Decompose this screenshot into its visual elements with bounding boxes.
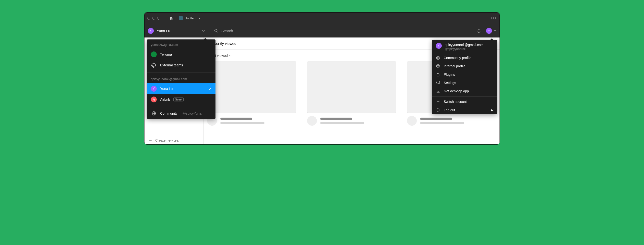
file-card[interactable] bbox=[207, 62, 296, 126]
check-icon bbox=[208, 87, 212, 90]
community-link[interactable]: Community @spicyYuna bbox=[147, 108, 216, 119]
search-placeholder: Search bbox=[221, 29, 233, 33]
workspace-label: Airbnb bbox=[160, 98, 170, 101]
menu-label: Switch account bbox=[444, 100, 467, 104]
chevron-down-icon bbox=[494, 30, 496, 32]
workspace-label: Yuna Lu bbox=[160, 87, 173, 91]
search-input[interactable]: Search bbox=[208, 29, 477, 33]
account-email: yuna@twigma.com bbox=[147, 41, 216, 49]
menu-label: Settings bbox=[444, 81, 456, 85]
svg-line-1 bbox=[217, 31, 218, 32]
chevron-down-icon bbox=[229, 55, 232, 57]
team-avatar bbox=[151, 97, 157, 102]
create-team-label: Create new team bbox=[155, 138, 182, 142]
workspace-item-airbnb[interactable]: Airbnb Guest bbox=[147, 94, 216, 105]
toolbar: Y Yuna Lu Search Y bbox=[144, 24, 500, 38]
community-handle: @spicyYuna bbox=[182, 111, 202, 115]
plugin-icon bbox=[436, 72, 440, 77]
menu-label: Plugins bbox=[444, 73, 455, 76]
plus-icon bbox=[436, 99, 440, 104]
svg-point-23 bbox=[439, 82, 440, 82]
globe-icon bbox=[151, 111, 157, 116]
external-icon bbox=[151, 62, 157, 68]
file-owner-avatar bbox=[307, 116, 317, 126]
traffic-lights bbox=[148, 17, 160, 20]
workspace-label: Twigma bbox=[160, 53, 172, 56]
svg-point-6 bbox=[153, 67, 154, 68]
svg-point-19 bbox=[436, 82, 437, 83]
workspace-item-yuna-lu[interactable]: Y Yuna Lu bbox=[147, 83, 216, 94]
tab-label: Untitled bbox=[185, 17, 196, 20]
account-email: spicyyunaroll@gmail.com bbox=[445, 43, 484, 47]
menu-label: Log out bbox=[444, 108, 455, 112]
team-avatar bbox=[151, 52, 157, 57]
titlebar: Untitled × ••• bbox=[144, 13, 500, 24]
file-icon bbox=[179, 16, 183, 20]
file-meta bbox=[207, 116, 296, 126]
menu-log-out[interactable]: Log out ▶ bbox=[432, 106, 497, 114]
account-dropdown: Y spicyyunaroll@gmail.com @spicyyunaroll… bbox=[432, 40, 497, 114]
workspace-item-twigma[interactable]: Twigma bbox=[147, 49, 216, 60]
home-icon[interactable] bbox=[169, 16, 173, 20]
tab-close-icon[interactable]: × bbox=[198, 16, 200, 20]
svg-point-7 bbox=[152, 65, 152, 66]
download-icon bbox=[436, 89, 440, 93]
menu-internal-profile[interactable]: Internal profile bbox=[432, 62, 497, 70]
account-handle: @spicyyunaroll bbox=[445, 47, 484, 51]
menu-plugins[interactable]: Plugins bbox=[432, 70, 497, 79]
file-thumbnail bbox=[307, 62, 396, 113]
logout-icon bbox=[436, 108, 440, 112]
traffic-minimize[interactable] bbox=[152, 17, 155, 20]
svg-point-21 bbox=[438, 83, 438, 84]
guest-badge: Guest bbox=[173, 98, 184, 101]
svg-point-8 bbox=[155, 65, 156, 66]
workspace-dropdown: yuna@twigma.com Twigma External teams sp… bbox=[147, 40, 216, 119]
menu-label: Get desktop app bbox=[444, 89, 469, 93]
create-team-button[interactable]: Create new team bbox=[148, 138, 200, 142]
menu-settings[interactable]: Settings bbox=[432, 79, 497, 87]
menu-label: Community profile bbox=[444, 56, 471, 60]
avatar: Y bbox=[486, 28, 492, 34]
svg-point-0 bbox=[214, 29, 217, 32]
svg-point-16 bbox=[438, 65, 439, 66]
menu-switch-account[interactable]: Switch account bbox=[432, 98, 497, 106]
workspace-item-external-teams[interactable]: External teams bbox=[147, 60, 216, 71]
workspace-name: Yuna Lu bbox=[157, 29, 170, 33]
avatar: Y bbox=[436, 43, 442, 49]
sliders-icon bbox=[436, 81, 440, 85]
file-card[interactable] bbox=[307, 62, 396, 126]
menu-get-desktop[interactable]: Get desktop app bbox=[432, 87, 497, 95]
search-icon bbox=[214, 29, 218, 33]
community-label: Community bbox=[160, 111, 178, 115]
more-icon[interactable]: ••• bbox=[490, 16, 496, 21]
user-icon bbox=[436, 64, 440, 68]
menu-label: Internal profile bbox=[444, 64, 466, 68]
account-email: spicyyunaroll@gmail.com bbox=[147, 75, 216, 83]
workspace-switcher[interactable]: Y Yuna Lu bbox=[144, 28, 208, 34]
file-owner-avatar bbox=[407, 116, 417, 126]
svg-point-5 bbox=[153, 63, 154, 64]
traffic-close[interactable] bbox=[148, 17, 150, 20]
notifications-icon[interactable] bbox=[477, 29, 481, 33]
plus-icon bbox=[148, 139, 152, 142]
file-meta bbox=[407, 116, 496, 126]
globe-icon bbox=[436, 56, 440, 60]
account-menu-trigger[interactable]: Y bbox=[486, 28, 496, 34]
file-meta bbox=[307, 116, 396, 126]
app-window: Untitled × ••• Y Yuna Lu Search Y bbox=[144, 12, 500, 145]
menu-community-profile[interactable]: Community profile bbox=[432, 54, 497, 62]
avatar: Y bbox=[151, 86, 157, 92]
account-header: Y spicyyunaroll@gmail.com @spicyyunaroll bbox=[432, 40, 497, 54]
chevron-down-icon bbox=[202, 30, 205, 32]
workspace-label: External teams bbox=[160, 63, 183, 67]
file-thumbnail bbox=[207, 62, 296, 113]
file-tab[interactable]: Untitled × bbox=[177, 16, 202, 20]
avatar: Y bbox=[148, 28, 154, 34]
traffic-maximize[interactable] bbox=[157, 17, 160, 20]
svg-rect-17 bbox=[437, 74, 439, 76]
submenu-arrow-icon: ▶ bbox=[491, 109, 493, 112]
